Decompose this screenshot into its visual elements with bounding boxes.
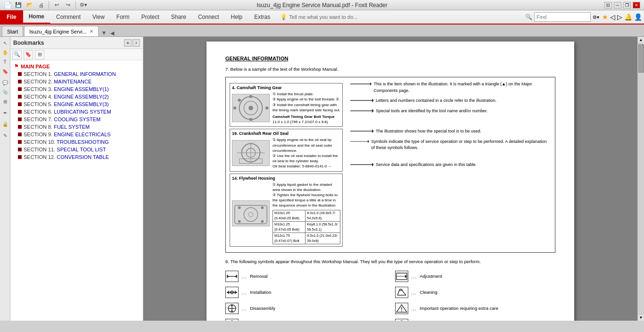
svg-marker-31: [372, 163, 374, 166]
scroll-thumb[interactable]: [638, 44, 644, 73]
bookmark-section3[interactable]: SECTION 3. ENGINE ASSEMBLY(1): [10, 85, 143, 93]
tool-attachment-btn[interactable]: 📎: [1, 88, 9, 96]
tool-hand-btn[interactable]: ✋: [1, 48, 9, 57]
svg-marker-25: [372, 109, 374, 113]
bookmark-section12[interactable]: SECTION 12. CONVERSION TABLE: [10, 153, 143, 161]
tab-document[interactable]: Isuzu_4jg Engine Servi... ✕: [24, 26, 99, 36]
tabs-bar: Start Isuzu_4jg Engine Servi... ✕ ▾ ◀: [0, 25, 644, 37]
notification-btn[interactable]: 🔔: [624, 13, 632, 21]
bookmark-section1[interactable]: SECTION 1. GENERAL INFORMATION: [10, 70, 143, 78]
sb-bookmark-btn[interactable]: 🔖: [24, 50, 33, 59]
tool-stamp-btn[interactable]: ✎: [1, 131, 9, 140]
arrow3-icon: [350, 108, 374, 114]
sidebar-toolbar: 🔍 🔖 ⊞: [10, 49, 143, 60]
window-minimize-btn[interactable]: ─: [614, 2, 621, 8]
tab-protect[interactable]: Protect: [136, 10, 165, 24]
star-icon: ★: [602, 13, 608, 21]
symbol-disassembly: ... Disassembly: [225, 301, 386, 316]
bookmark-section4[interactable]: SECTION 4. ENGINE ASSEMBLY(2): [10, 93, 143, 100]
removal-label: Removal: [250, 274, 268, 279]
svg-marker-27: [372, 129, 374, 133]
sidebar-collapse-btn[interactable]: ‹: [132, 39, 140, 47]
window-close-btn[interactable]: ✕: [633, 2, 640, 8]
quick-save-btn[interactable]: 💾: [14, 1, 23, 9]
tool-layer-btn[interactable]: ⊞: [1, 97, 9, 106]
section11-label: SECTION 11. SPECIAL TOOL LIST: [24, 147, 106, 152]
nav-back-btn[interactable]: ◁: [610, 13, 615, 21]
bookmark-section5[interactable]: SECTION 5. ENGINE ASSEMBLY(3): [10, 100, 143, 108]
section5-label: SECTION 5. ENGINE ASSEMBLY(3): [24, 101, 109, 107]
bookmark-section11[interactable]: SECTION 11. SPECIAL TOOL LIST: [10, 146, 143, 153]
reassembly-icon: [225, 319, 239, 321]
tab-view[interactable]: View: [87, 10, 111, 24]
content-area[interactable]: GENERAL INFORMATION 7. Below is a sample…: [143, 37, 637, 321]
toolbar-sep2: [75, 1, 76, 9]
quick-settings-btn[interactable]: ⚙▾: [79, 1, 88, 9]
tool-comment-btn[interactable]: 💬: [1, 78, 9, 87]
quick-print-btn[interactable]: 🖨: [36, 1, 46, 9]
section10-label: SECTION 10. TROUBLESHOOTING: [24, 139, 109, 145]
search-input[interactable]: [534, 12, 591, 22]
window-maximize-btn[interactable]: ❐: [623, 2, 631, 8]
section4-label: SECTION 4. ENGINE ASSEMBLY(2): [24, 94, 109, 100]
annotation-notes: This is the item shown in the illustrati…: [350, 81, 551, 249]
bookmark-section6[interactable]: SECTION 6. LUBRICATING SYSTEM: [10, 108, 143, 116]
nav-forward-btn[interactable]: ▷: [617, 13, 622, 21]
tool-bookmark-btn[interactable]: 🔖: [1, 67, 9, 75]
cleaning-label: Cleaning: [420, 290, 438, 295]
window-restore-icon[interactable]: ⊡: [604, 2, 612, 8]
sb-search-btn[interactable]: 🔍: [12, 50, 22, 59]
sidebar-expand-btn[interactable]: »: [124, 39, 132, 47]
scroll-down-btn[interactable]: ▼: [638, 314, 644, 321]
note2-text: Letters and numbers contained in a circl…: [376, 98, 496, 104]
svg-rect-7: [237, 99, 241, 102]
tool-text-btn[interactable]: T: [1, 58, 9, 66]
quick-redo-btn[interactable]: ↪: [63, 1, 73, 9]
tab-extras[interactable]: Extras: [248, 10, 276, 24]
important-label: Important operation requiring extra care: [420, 306, 498, 311]
figure-flywheel: 14. Flywheel Housing: [230, 174, 343, 247]
bookmark-main-page[interactable]: ⚑ MAIN PAGE: [10, 62, 143, 70]
scroll-up-btn[interactable]: ▲: [638, 37, 644, 43]
sb-expand-btn[interactable]: ⊞: [35, 50, 44, 59]
tab-close-btn[interactable]: ✕: [90, 29, 93, 34]
bookmark-section9[interactable]: SECTION 9. ENGINE ELECTRICALS: [10, 131, 143, 138]
search-options-btn[interactable]: ⚙▾: [593, 15, 599, 20]
right-scrollbar[interactable]: ▲ ▼: [637, 37, 644, 321]
tab-share[interactable]: Share: [165, 10, 192, 24]
tab-help[interactable]: Help: [225, 10, 249, 24]
tab-connect[interactable]: Connect: [192, 10, 225, 24]
scroll-track[interactable]: [638, 43, 644, 314]
svg-rect-6: [265, 107, 268, 109]
note5-row: Symbols indicate the type of service ope…: [350, 139, 551, 151]
symbol-reassembly: ... Reassembly: [225, 317, 386, 321]
tab-home[interactable]: Home: [23, 10, 50, 24]
svg-point-19: [248, 212, 253, 217]
symbol-cleaning: ... Cleaning: [395, 285, 555, 300]
bookmark-section8[interactable]: SECTION 8. FUEL SYSTEM: [10, 123, 143, 131]
tool-lock-btn[interactable]: 🔒: [1, 120, 9, 128]
tab-form[interactable]: Form: [111, 10, 136, 24]
para8: 8. The following symbols appear througho…: [225, 258, 555, 265]
disassembly-label: Disassembly: [250, 306, 275, 311]
bookmark-section10[interactable]: SECTION 10. TROUBLESHOOTING: [10, 138, 143, 146]
svg-rect-4: [249, 118, 252, 121]
tab-pin-btn[interactable]: ◀: [108, 30, 116, 36]
sidebar-content: ⚑ MAIN PAGE SECTION 1. GENERAL INFORMATI…: [10, 60, 143, 321]
user-profile-btn[interactable]: 👤: [634, 13, 642, 21]
tab-start[interactable]: Start: [2, 26, 23, 36]
tab-comment[interactable]: Comment: [50, 10, 87, 24]
tell-me-area: 💡 Tell me what you want to do...: [276, 10, 361, 24]
new-tab-btn[interactable]: ▾: [99, 29, 108, 36]
file-menu-btn[interactable]: File: [0, 10, 23, 24]
figure-camshaft-title: 4. Camshaft Timing Gear: [232, 85, 340, 90]
tool-signature-btn[interactable]: ✒: [1, 108, 9, 117]
svg-marker-34: [235, 274, 237, 278]
tool-cursor-btn[interactable]: ↖: [1, 39, 9, 47]
bookmark-section7[interactable]: SECTION 7. COOLING SYSTEM: [10, 116, 143, 123]
tell-me-text[interactable]: Tell me what you want to do...: [289, 14, 357, 20]
bookmark-section2[interactable]: SECTION 2. MAINTENANCE: [10, 78, 143, 85]
quick-open-btn[interactable]: 📂: [25, 1, 34, 9]
important-dots: ...: [411, 306, 417, 311]
quick-undo-btn[interactable]: ↩: [52, 1, 61, 9]
